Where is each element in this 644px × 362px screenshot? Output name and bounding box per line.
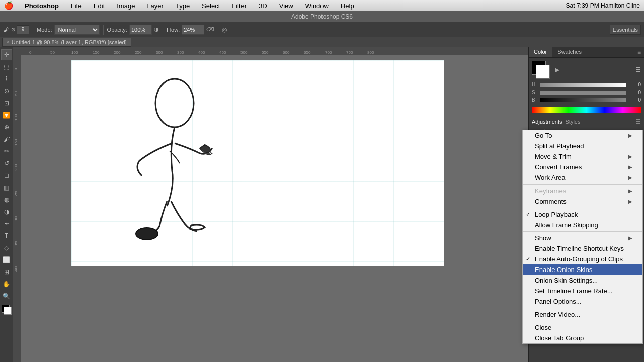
ctx-arrow-go-to: ▶ — [628, 133, 632, 138]
tool-gradient[interactable]: ▥ — [1, 182, 12, 193]
tool-pen[interactable]: ✒ — [1, 218, 12, 229]
ctx-item-work-area[interactable]: Work Area▶ — [523, 172, 642, 183]
ctx-label-panel-options: Panel Options... — [535, 298, 582, 305]
brush-size-input[interactable] — [17, 25, 29, 34]
menu-type[interactable]: Type — [173, 0, 193, 11]
brightness-slider-track[interactable] — [540, 98, 626, 102]
ctx-item-comments[interactable]: Comments▶ — [523, 196, 642, 207]
color-picker-swatches[interactable] — [532, 61, 550, 79]
ctx-separator — [523, 184, 642, 185]
menubar-right: Sat 7:39 PM Hamilton Cline — [566, 2, 640, 9]
ctx-item-close[interactable]: Close — [523, 322, 642, 333]
mode-select[interactable]: Normal — [54, 25, 100, 35]
menu-edit[interactable]: Edit — [91, 0, 108, 11]
doc-close-icon[interactable]: × — [7, 39, 10, 45]
ctx-separator — [523, 231, 642, 232]
menu-view[interactable]: View — [276, 0, 296, 11]
tool-text[interactable]: T — [1, 230, 12, 241]
play-icon[interactable]: ▶ — [553, 66, 561, 74]
tool-hand[interactable]: ✋ — [1, 279, 12, 290]
tool-3d[interactable]: ⊞ — [1, 266, 12, 278]
brightness-label: B — [532, 97, 538, 103]
opacity-label: Opacity: — [107, 27, 127, 33]
tool-shape[interactable]: ⬜ — [1, 254, 12, 265]
saturation-slider-track[interactable] — [540, 90, 626, 95]
adj-tabs: Adjustments Styles — [532, 119, 581, 125]
color-spectrum-bar[interactable] — [532, 107, 641, 113]
color-panel-menu-icon[interactable]: ☰ — [635, 66, 641, 73]
ctx-item-go-to[interactable]: Go To▶ — [523, 130, 642, 141]
ctx-item-enable-auto-grouping[interactable]: Enable Auto-Grouping of Clips — [523, 254, 642, 264]
context-menu: Go To▶Split at PlayheadMove & Trim▶Conve… — [522, 130, 643, 344]
ctx-item-set-timeline-frame-rate[interactable]: Set Timeline Frame Rate... — [523, 286, 642, 296]
canvas-viewport[interactable] — [21, 55, 528, 362]
tool-brush[interactable]: 🖌 — [1, 134, 12, 145]
flow-icon: ⌫ — [206, 26, 214, 33]
stick-figure-drawing — [112, 70, 263, 246]
menu-3d[interactable]: 3D — [256, 0, 270, 11]
menu-file[interactable]: File — [68, 0, 85, 11]
tool-move[interactable]: ✛ — [1, 49, 12, 60]
app-title: Adobe Photoshop CS6 — [291, 13, 353, 20]
svg-text:350: 350 — [177, 50, 184, 55]
ctx-label-render-video: Render Video... — [535, 311, 580, 318]
flow-input[interactable] — [182, 25, 204, 35]
airbrush-icon[interactable]: ◎ — [222, 26, 227, 33]
ctx-item-show[interactable]: Show▶ — [523, 233, 642, 243]
fg-color-swatch[interactable] — [2, 305, 12, 315]
ctx-item-enable-onion-skins[interactable]: Enable Onion Skins — [523, 264, 642, 275]
menu-image[interactable]: Image — [114, 0, 138, 11]
ctx-arrow-move-trim: ▶ — [628, 154, 632, 159]
ctx-label-loop-playback: Loop Playback — [535, 211, 578, 218]
tab-swatches[interactable]: Swatches — [552, 47, 587, 57]
ctx-item-split-at-playhead[interactable]: Split at Playhead — [523, 141, 642, 151]
essentials-button[interactable]: Essentials — [610, 25, 641, 35]
tab-color[interactable]: Color — [529, 47, 552, 57]
tool-history-brush[interactable]: ↺ — [1, 158, 12, 169]
tool-eraser[interactable]: ◻ — [1, 170, 12, 181]
tab-adjustments[interactable]: Adjustments — [532, 119, 562, 125]
menu-select[interactable]: Select — [199, 0, 223, 11]
doc-tab-title: Untitled-1 @ 90.8% (Layer 1, RGB/8#) [sc… — [12, 39, 127, 45]
ctx-separator — [523, 308, 642, 308]
app-titlebar: Adobe Photoshop CS6 — [0, 11, 644, 22]
tool-eyedropper[interactable]: 🔽 — [1, 110, 12, 121]
ctx-item-panel-options[interactable]: Panel Options... — [523, 296, 642, 307]
doc-tab[interactable]: × Untitled-1 @ 90.8% (Layer 1, RGB/8#) [… — [2, 38, 131, 47]
hue-slider-row: H 0 — [532, 82, 641, 87]
ctx-item-enable-timeline-shortcut-keys[interactable]: Enable Timeline Shortcut Keys — [523, 243, 642, 254]
svg-text:150: 150 — [93, 50, 100, 55]
color-swatches-row: ▶ ☰ — [532, 61, 641, 79]
tab-styles[interactable]: Styles — [566, 119, 581, 125]
tool-quick-select[interactable]: ⊙ — [1, 85, 12, 97]
ctx-item-loop-playback[interactable]: Loop Playback — [523, 209, 642, 220]
ctx-item-onion-skin-settings[interactable]: Onion Skin Settings... — [523, 275, 642, 286]
adj-panel-menu-icon[interactable]: ☰ — [635, 118, 641, 125]
menu-help[interactable]: Help — [338, 0, 357, 11]
panel-options-icon[interactable]: ≡ — [634, 47, 644, 57]
ctx-item-close-tab-group[interactable]: Close Tab Group — [523, 333, 642, 343]
ctx-item-move-trim[interactable]: Move & Trim▶ — [523, 151, 642, 162]
canvas-content — [71, 60, 444, 266]
menu-window[interactable]: Window — [302, 0, 332, 11]
tool-path[interactable]: ◇ — [1, 242, 12, 253]
tool-healing[interactable]: ⊕ — [1, 122, 12, 133]
brush-icon[interactable]: 🖌 — [3, 26, 10, 33]
tool-blur[interactable]: ◍ — [1, 194, 12, 205]
ctx-item-allow-frame-skipping[interactable]: Allow Frame Skipping — [523, 220, 642, 230]
ctx-item-convert-frames[interactable]: Convert Frames▶ — [523, 162, 642, 172]
tool-selection[interactable]: ⬚ — [1, 61, 12, 72]
menu-photoshop[interactable]: Photoshop — [22, 0, 62, 11]
ctx-item-render-video[interactable]: Render Video... — [523, 309, 642, 320]
menu-layer[interactable]: Layer — [144, 0, 167, 11]
tool-crop[interactable]: ⊡ — [1, 98, 12, 109]
tool-lasso[interactable]: ⌇ — [1, 73, 12, 84]
tool-dodge[interactable]: ◑ — [1, 206, 12, 217]
menu-filter[interactable]: Filter — [229, 0, 250, 11]
tool-clone[interactable]: ✑ — [1, 146, 12, 157]
saturation-value: 0 — [628, 89, 641, 95]
hue-slider-track[interactable] — [540, 83, 626, 87]
tool-zoom[interactable]: 🔍 — [1, 291, 12, 302]
apple-menu[interactable]: 🍎 — [4, 1, 14, 10]
opacity-input[interactable] — [129, 25, 152, 35]
